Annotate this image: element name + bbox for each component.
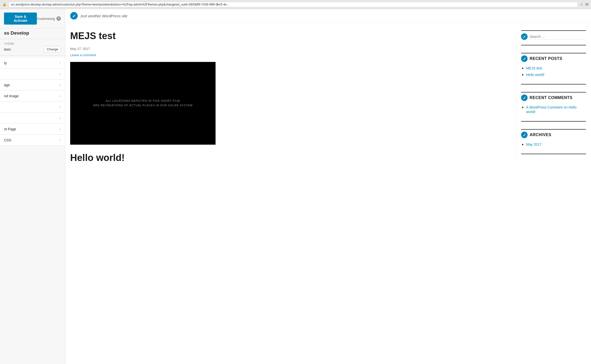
recent-posts-widget: RECENT POSTS MEJS test Hello world! — [521, 53, 586, 84]
nav-item-front-page[interactable]: nt Page › — [0, 124, 65, 135]
preview-sidebar-widgets: RECENT POSTS MEJS test Hello world! — [516, 30, 586, 163]
theme-section: Theme teen Change — [0, 39, 65, 56]
list-item: Hello world! — [526, 72, 586, 77]
theme-name-row: teen Change — [4, 46, 61, 52]
sidebar-top-row: Save & Activate Customizing ? — [4, 13, 61, 25]
post-2: Hello world! — [70, 152, 506, 164]
video-text-line1: ALL LOCATIONS DEPICTED IN THIS SHORT FIL… — [106, 99, 180, 102]
archives-widget: ARCHIVES May 2017 — [521, 129, 586, 154]
theme-name: teen — [4, 47, 11, 51]
search-widget — [521, 30, 586, 45]
nav-item-background-image[interactable]: nd Image › — [0, 91, 65, 102]
list-item: A WordPress Comment on Hello world! — [526, 105, 586, 114]
post-2-title: Hello world! — [70, 152, 506, 164]
preview-body: MEJS test May 27, 2017 Leave a comment A… — [65, 23, 591, 163]
edit-search-widget-icon[interactable] — [521, 33, 528, 40]
post-1-date: May 27, 2017 — [70, 47, 506, 51]
recent-comments-header: RECENT COMMENTS — [521, 92, 586, 101]
nav-item-label: age — [4, 83, 10, 87]
edit-recent-posts-icon[interactable] — [521, 55, 528, 62]
archive-link-1[interactable]: May 2017 — [526, 142, 541, 146]
theme-label: Theme — [4, 42, 61, 45]
preview-main-content: MEJS test May 27, 2017 Leave a comment A… — [70, 30, 516, 163]
chevron-right-icon: › — [60, 127, 61, 131]
customizer-sidebar: Save & Activate Customizing ? ss Develop… — [0, 9, 65, 364]
archives-list: May 2017 — [521, 142, 586, 147]
archives-header: ARCHIVES — [521, 129, 586, 138]
recent-posts-list: MEJS test Hello world! — [521, 66, 586, 77]
video-text-line2: ARE RECREATIONS OF ACTUAL PLACES IN OUR … — [93, 104, 193, 107]
chevron-right-icon: › — [60, 61, 61, 65]
nav-item-header-image[interactable]: age › — [0, 80, 65, 90]
recent-comments-title: RECENT COMMENTS — [530, 96, 572, 100]
recent-posts-header: RECENT POSTS — [521, 53, 586, 62]
search-widget-inner — [521, 30, 586, 40]
change-theme-button[interactable]: Change — [44, 46, 61, 52]
customizing-row: Customizing ? — [37, 16, 61, 21]
nav-item-label: ty — [4, 61, 7, 65]
save-activate-button[interactable]: Save & Activate — [4, 13, 37, 25]
video-caption: ALL LOCATIONS DEPICTED IN THIS SHORT FIL… — [83, 99, 203, 108]
archives-title: ARCHIVES — [530, 133, 551, 137]
post-1-comment-link[interactable]: Leave a comment — [70, 53, 506, 57]
bookmark-icon[interactable]: ☆ — [580, 2, 583, 7]
post-1: MEJS test May 27, 2017 Leave a comment A… — [70, 30, 506, 145]
browser-bar: 🔒 src.wordpress-develop.dev/wp-admin/cus… — [0, 0, 591, 9]
nav-item-label: CSS — [4, 138, 11, 142]
recent-comment-link-1[interactable]: A WordPress Comment on Hello world! — [526, 105, 576, 114]
chevron-right-icon: › — [60, 105, 61, 109]
preview-area: Just another WordPress site MEJS test Ma… — [65, 9, 591, 364]
lock-icon: 🔒 — [3, 3, 7, 6]
main-layout: Save & Activate Customizing ? ss Develop… — [0, 9, 591, 364]
site-header-preview: Just another WordPress site — [65, 9, 591, 23]
video-embed: ALL LOCATIONS DEPICTED IN THIS SHORT FIL… — [70, 62, 216, 145]
edit-archives-icon[interactable] — [521, 132, 528, 138]
site-title-sidebar: ss Develop — [0, 28, 65, 39]
customizing-label: Customizing — [37, 17, 55, 21]
nav-item-widgets[interactable]: › — [0, 113, 65, 124]
edit-site-header-icon[interactable] — [70, 12, 78, 20]
recent-posts-title: RECENT POSTS — [530, 56, 562, 61]
sidebar-header: Save & Activate Customizing ? — [0, 9, 65, 28]
chevron-right-icon: › — [60, 72, 61, 76]
list-item: MEJS test — [526, 66, 586, 70]
nav-item-custom-css[interactable]: CSS › — [0, 135, 65, 146]
recent-post-link-2[interactable]: Hello world! — [526, 73, 544, 77]
search-input[interactable] — [530, 34, 586, 40]
post-1-title: MEJS test — [70, 30, 506, 42]
nav-item-label: nd Image — [4, 94, 19, 98]
site-tagline: Just another WordPress site — [80, 14, 127, 18]
url-bar[interactable]: src.wordpress-develop.dev/wp-admin/custo… — [9, 2, 578, 7]
preview-content: Just another WordPress site MEJS test Ma… — [65, 9, 591, 364]
help-icon[interactable]: ? — [56, 16, 61, 21]
nav-item-label: nt Page — [4, 127, 16, 131]
recent-comments-widget: RECENT COMMENTS A WordPress Comment on H… — [521, 92, 586, 122]
chevron-right-icon: › — [60, 116, 61, 120]
chevron-right-icon: › — [60, 94, 61, 98]
recent-post-link-1[interactable]: MEJS test — [526, 66, 542, 70]
recent-comments-list: A WordPress Comment on Hello world! — [521, 105, 586, 114]
mail-icon[interactable]: ✉ — [585, 2, 588, 7]
nav-item-colors[interactable]: › — [0, 69, 65, 79]
nav-item-nav-menus[interactable]: › — [0, 102, 65, 113]
list-item: May 2017 — [526, 142, 586, 147]
sidebar-nav: ty › › age › nd Image › › › — [0, 56, 65, 364]
edit-recent-comments-icon[interactable] — [521, 95, 528, 101]
chevron-right-icon: › — [60, 83, 61, 87]
nav-item-identity[interactable]: ty › — [0, 58, 65, 68]
chevron-right-icon: › — [60, 138, 61, 142]
